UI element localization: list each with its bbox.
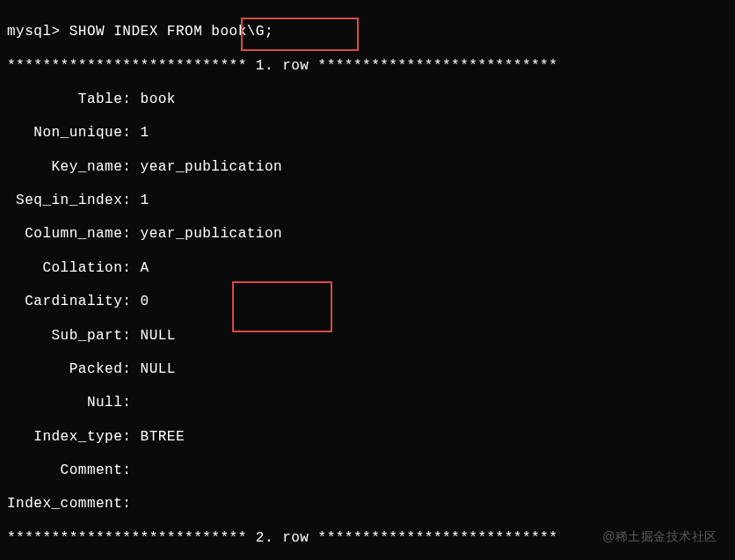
row1-nonunique: Non_unique: 1: [7, 125, 728, 142]
row1-subpart: Sub_part: NULL: [7, 328, 728, 345]
terminal-output: mysql> SHOW INDEX FROM book\G; *********…: [7, 7, 728, 560]
row1-separator: *************************** 1. row *****…: [7, 58, 728, 75]
prompt-line: mysql> SHOW INDEX FROM book\G;: [7, 24, 728, 40]
row1-indexcomment: Index_comment:: [7, 496, 728, 513]
row1-table: Table: book: [7, 91, 728, 108]
watermark-text: @稀土掘金技术社区: [602, 529, 717, 544]
row1-columnname: Column_name: year_publication: [7, 226, 728, 243]
row1-null: Null:: [7, 395, 728, 411]
row1-collation: Collation: A: [7, 260, 728, 277]
row1-seqinindex: Seq_in_index: 1: [7, 193, 728, 209]
row1-comment: Comment:: [7, 462, 728, 479]
row1-indextype: Index_type: BTREE: [7, 429, 728, 446]
row1-packed: Packed: NULL: [7, 361, 728, 378]
row1-keyname: Key_name: year_publication: [7, 159, 728, 176]
row1-cardinality: Cardinality: 0: [7, 294, 728, 310]
